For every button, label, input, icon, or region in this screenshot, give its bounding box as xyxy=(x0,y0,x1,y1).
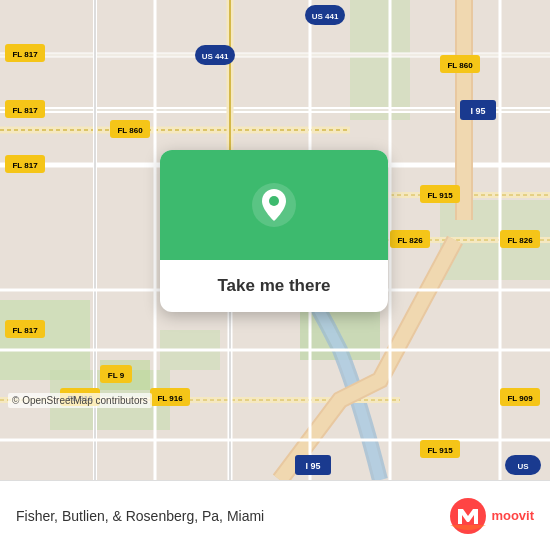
svg-text:FL 915: FL 915 xyxy=(427,191,453,200)
svg-text:I 95: I 95 xyxy=(305,461,320,471)
location-name: Fisher, Butlien, & Rosenberg, Pa, Miami xyxy=(16,508,264,524)
svg-text:FL 826: FL 826 xyxy=(507,236,533,245)
take-me-there-button[interactable]: Take me there xyxy=(176,272,372,300)
svg-text:FL 915: FL 915 xyxy=(427,446,453,455)
svg-text:FL 9: FL 9 xyxy=(108,371,125,380)
svg-text:US 441: US 441 xyxy=(312,12,339,21)
moovit-logo-icon xyxy=(449,497,487,535)
svg-text:FL 860: FL 860 xyxy=(117,126,143,135)
svg-text:FL 817: FL 817 xyxy=(12,161,38,170)
svg-text:FL 909: FL 909 xyxy=(507,394,533,403)
svg-text:US: US xyxy=(517,462,529,471)
svg-text:US 441: US 441 xyxy=(202,52,229,61)
svg-text:FL 916: FL 916 xyxy=(157,394,183,403)
moovit-text: moovit xyxy=(491,508,534,523)
osm-attribution: © OpenStreetMap contributors xyxy=(8,393,152,408)
svg-point-78 xyxy=(269,196,279,206)
svg-rect-1 xyxy=(0,300,90,380)
popup-card: Take me there xyxy=(160,150,388,312)
svg-rect-3 xyxy=(350,0,410,120)
popup-button-area: Take me there xyxy=(160,260,388,312)
map-container: FL 817 FL 817 FL 817 FL 817 FL 860 FL 86… xyxy=(0,0,550,480)
svg-text:FL 817: FL 817 xyxy=(12,50,38,59)
svg-text:I 95: I 95 xyxy=(470,106,485,116)
moovit-logo: moovit xyxy=(449,497,534,535)
svg-text:FL 817: FL 817 xyxy=(12,106,38,115)
svg-text:FL 826: FL 826 xyxy=(397,236,423,245)
svg-text:FL 860: FL 860 xyxy=(447,61,473,70)
location-pin-icon xyxy=(250,181,298,229)
info-bar: Fisher, Butlien, & Rosenberg, Pa, Miami … xyxy=(0,480,550,550)
popup-map-preview xyxy=(160,150,388,260)
svg-text:FL 817: FL 817 xyxy=(12,326,38,335)
